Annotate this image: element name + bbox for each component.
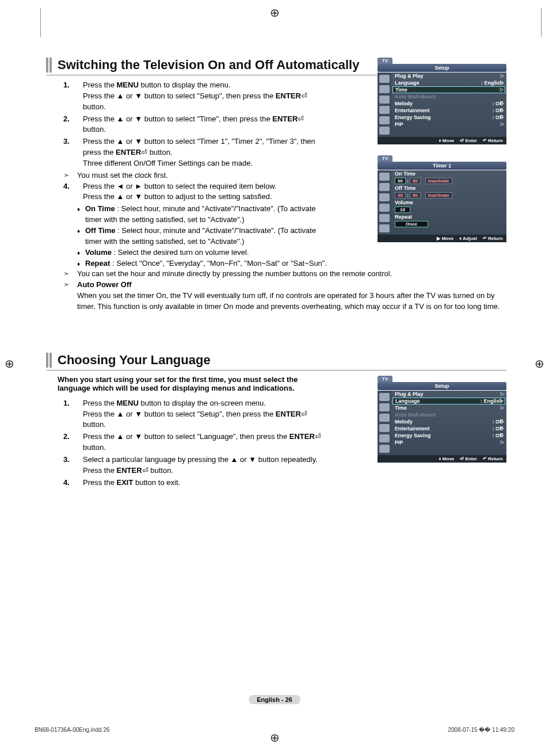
bullet-repeat: Repeat : Select "Once", "Everyday", "Mon…	[77, 258, 506, 269]
s2-step-1: 1. Press the MENU button to display the …	[63, 398, 328, 431]
step-3: 3. Press the ▲ or ▼ button to select "Ti…	[63, 136, 317, 169]
page-number: English - 26	[249, 695, 300, 704]
osd-move: ♦ Move	[439, 138, 455, 143]
bullet-volume: Volume : Select the desired turn on volu…	[77, 247, 317, 258]
step-4: 4. Press the ◄ or ► button to select the…	[63, 181, 317, 203]
osd-icon	[379, 96, 390, 104]
osd-setup-time: TV Setup Plug & Play▷ Language: English▷…	[378, 58, 506, 144]
note-direct: You can set the hour and minute directly…	[63, 269, 506, 280]
bullet-ontime: On Time : Select hour, minute and "Activ…	[77, 204, 317, 226]
osd-return: ↶ Return	[483, 138, 503, 143]
register-mark-left: ⊕	[5, 357, 14, 371]
section2-intro: When you start using your set for the fi…	[58, 375, 305, 392]
osd-setup-language: TV Setup Plug & Play▷ Language: English▷…	[378, 376, 506, 463]
osd-icon	[379, 85, 390, 93]
osd-timer1: TV Timer 1 On Time 00:00Inactivate Off T…	[378, 155, 506, 242]
osd-icon	[379, 127, 390, 135]
register-mark-right: ⊕	[535, 357, 544, 371]
osd-icon	[379, 116, 390, 124]
note-clock: You must set the clock first.	[63, 170, 317, 181]
enter-icon: ⏎	[141, 148, 150, 156]
page-footer: BN68-01736A-00Eng.indd 26 2008-07-15 �� …	[35, 727, 514, 733]
enter-icon: ⏎	[301, 410, 307, 418]
bullet-offtime: Off Time : Select hour, minute and "Acti…	[77, 226, 317, 247]
osd-enter: ⏎ Enter	[460, 138, 477, 143]
s2-step-4: 4. Press the EXIT button to exit.	[63, 478, 506, 488]
footer-file: BN68-01736A-00Eng.indd 26	[35, 727, 110, 733]
s2-step-3: 3. Select a particular language by press…	[63, 455, 328, 476]
enter-icon: ⏎	[301, 91, 307, 100]
enter-icon: ⏎	[142, 466, 151, 475]
step-2: 2. Press the ▲ or ▼ button to select "Ti…	[63, 114, 317, 136]
enter-icon: ⏎	[298, 114, 304, 123]
section2-title: Choosing Your Language	[46, 353, 506, 371]
enter-icon: ⏎	[315, 432, 321, 441]
register-mark-top: ⊕	[270, 6, 280, 20]
footer-timestamp: 2008-07-15 �� 11:49:20	[448, 727, 514, 733]
osd-icon	[379, 106, 390, 114]
note-apo: Auto Power Off When you set the timer On…	[63, 280, 506, 312]
s2-step-2: 2. Press the ▲ or ▼ button to select "La…	[63, 432, 328, 453]
step-1: 1. Press the MENU button to display the …	[63, 80, 317, 113]
osd-icon	[379, 75, 390, 83]
